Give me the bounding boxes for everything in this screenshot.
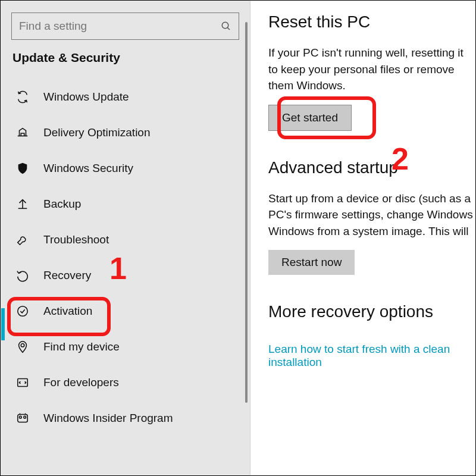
sidebar-nav: Windows Update Delivery Optimization Win… [1, 79, 250, 436]
svg-rect-9 [18, 415, 28, 422]
reset-body: If your PC isn't running well, resetting… [268, 45, 475, 94]
sidebar-item-label: Find my device [43, 340, 120, 353]
sidebar-item-delivery-optimization[interactable]: Delivery Optimization [1, 115, 250, 151]
sidebar-item-label: For developers [43, 376, 119, 389]
sidebar-item-activation[interactable]: Activation [1, 293, 250, 329]
advanced-heading: Advanced startup [268, 158, 475, 177]
svg-point-4 [18, 306, 28, 317]
active-indicator [1, 308, 5, 340]
sidebar-item-backup[interactable]: Backup [1, 186, 250, 222]
sidebar-item-label: Windows Insider Program [43, 412, 173, 425]
sidebar-item-label: Troubleshoot [43, 233, 109, 246]
restart-now-button[interactable]: Restart now [268, 250, 355, 275]
sidebar-item-label: Recovery [43, 269, 91, 282]
sidebar-item-troubleshoot[interactable]: Troubleshoot [1, 222, 250, 258]
sidebar-item-label: Delivery Optimization [43, 126, 151, 139]
svg-point-5 [21, 344, 24, 347]
developer-icon [15, 376, 30, 389]
sidebar-item-label: Windows Update [43, 90, 129, 104]
recovery-icon [15, 269, 30, 282]
search-input[interactable] [19, 20, 221, 33]
reset-heading: Reset this PC [268, 12, 475, 32]
search-input-wrap[interactable] [11, 12, 239, 40]
advanced-body: Start up from a device or disc (such as … [268, 190, 475, 240]
get-started-button[interactable]: Get started [268, 105, 352, 131]
sidebar-scrollbar[interactable] [245, 22, 248, 403]
sidebar-item-for-developers[interactable]: For developers [1, 365, 250, 400]
insider-icon [15, 412, 30, 425]
main-content: Reset this PC If your PC isn't running w… [250, 1, 475, 475]
sidebar-section-title: Update & Security [12, 51, 238, 65]
start-fresh-link[interactable]: Learn how to start fresh with a clean in… [268, 343, 450, 368]
svg-line-1 [227, 27, 230, 30]
svg-point-7 [20, 416, 22, 418]
sidebar-item-label: Windows Security [43, 162, 133, 175]
location-icon [15, 340, 30, 353]
sidebar-item-label: Activation [43, 305, 92, 318]
sidebar-item-find-my-device[interactable]: Find my device [1, 329, 250, 365]
sync-icon [15, 90, 30, 104]
svg-point-8 [24, 416, 26, 418]
sidebar-item-windows-security[interactable]: Windows Security [1, 151, 250, 186]
sidebar-item-label: Backup [43, 198, 81, 211]
delivery-icon [15, 126, 30, 139]
more-recovery-heading: More recovery options [268, 302, 475, 321]
sidebar-item-windows-insider[interactable]: Windows Insider Program [1, 400, 250, 436]
sidebar-item-windows-update[interactable]: Windows Update [1, 79, 250, 115]
backup-icon [15, 198, 30, 211]
svg-point-0 [222, 22, 228, 29]
search-icon [221, 21, 231, 32]
shield-icon [15, 162, 30, 175]
check-circle-icon [15, 305, 30, 318]
wrench-icon [15, 233, 30, 246]
sidebar-item-recovery[interactable]: Recovery [1, 258, 250, 293]
settings-sidebar: Update & Security Windows Update Deliver… [1, 1, 250, 475]
